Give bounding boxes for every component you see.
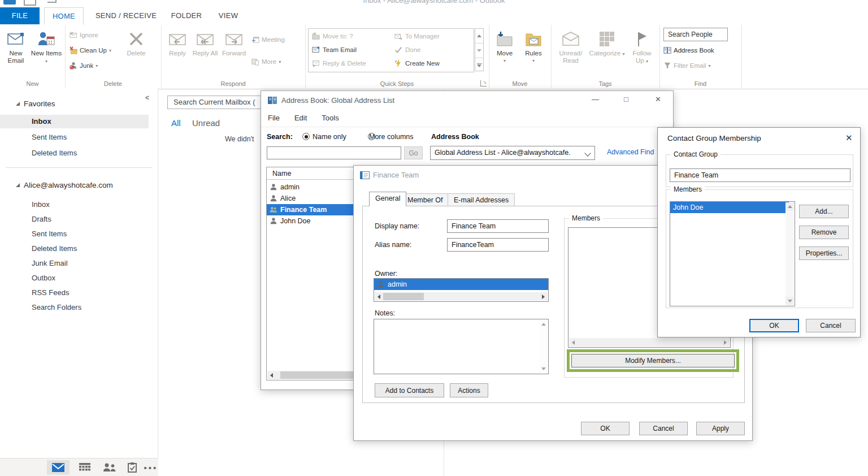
nav-tasks-button[interactable]: [123, 460, 141, 475]
rules-button[interactable]: Rules▾: [520, 28, 546, 64]
sidebar-item-drafts[interactable]: Drafts: [32, 215, 51, 223]
scrollbar-thumb[interactable]: [383, 293, 424, 300]
radio-name-only-label[interactable]: Name only: [313, 133, 346, 141]
actions-button[interactable]: Actions: [450, 383, 488, 397]
quick-steps-scrollbar[interactable]: [475, 28, 484, 71]
favorites-header[interactable]: Favorites: [16, 99, 55, 108]
forward-button[interactable]: Forward: [219, 28, 249, 57]
scroll-up-icon[interactable]: [785, 202, 794, 211]
nav-more-button[interactable]: •••: [142, 460, 159, 475]
meeting-button[interactable]: Meeting: [251, 35, 285, 44]
tab-folder[interactable]: FOLDER: [168, 7, 205, 24]
go-button[interactable]: Go: [404, 146, 423, 159]
reply-all-button[interactable]: Reply All: [191, 28, 219, 57]
tab-view[interactable]: VIEW: [214, 7, 243, 24]
sidebar-item-favorites-sent-items[interactable]: Sent Items: [32, 133, 67, 141]
filter-tab-all[interactable]: All: [171, 118, 181, 128]
advanced-find-link[interactable]: Advanced Find: [607, 148, 654, 156]
radio-name-only[interactable]: [302, 133, 310, 140]
scroll-right-icon[interactable]: [539, 292, 548, 301]
sidebar-item-rss-feeds[interactable]: RSS Feeds: [32, 288, 69, 297]
quick-step-move-to[interactable]: Move to: ?: [312, 30, 353, 42]
sidebar-item-favorites-inbox[interactable]: Inbox: [32, 117, 51, 126]
filter-tab-unread[interactable]: Unread: [192, 118, 220, 128]
modify-members-button[interactable]: Modify Members...: [571, 354, 735, 367]
more-button[interactable]: More▾: [251, 57, 281, 66]
scrollbar-thumb[interactable]: [280, 371, 354, 379]
nav-people-button[interactable]: [99, 460, 120, 475]
address-book-button[interactable]: Address Book: [663, 46, 714, 55]
scroll-down-icon[interactable]: [539, 365, 548, 373]
quick-step-to-manager[interactable]: To Manager: [394, 30, 440, 42]
scroll-left-icon[interactable]: [267, 371, 276, 379]
tab-home[interactable]: HOME: [44, 7, 84, 25]
minimize-icon[interactable]: —: [592, 95, 599, 103]
search-people-input[interactable]: Search People: [663, 28, 728, 41]
minimize-folder-pane-icon[interactable]: <: [145, 94, 149, 102]
ignore-button[interactable]: Ignore: [70, 31, 98, 40]
contact-group-field[interactable]: Finance Team: [670, 168, 850, 182]
notes-textarea[interactable]: [374, 319, 549, 374]
quick-step-team-email[interactable]: Team Email: [312, 44, 357, 56]
tab-file[interactable]: FILE: [0, 7, 40, 24]
tab-general[interactable]: General: [369, 192, 406, 206]
maximize-icon[interactable]: □: [624, 95, 628, 103]
radio-more-columns-label[interactable]: More columns: [369, 133, 414, 141]
owner-list[interactable]: admin: [374, 278, 549, 302]
menu-edit[interactable]: Edit: [294, 114, 307, 122]
address-book-dropdown[interactable]: Global Address List - Alice@alwayshotcaf…: [430, 146, 595, 160]
unread-read-button[interactable]: Unread/ Read: [555, 28, 586, 64]
owner-hscrollbar[interactable]: [375, 292, 548, 301]
quick-step-create-new[interactable]: Create New: [394, 57, 440, 70]
nav-calendar-button[interactable]: [75, 460, 94, 475]
alias-name-field[interactable]: FinanceTeam: [447, 238, 549, 252]
scroll-down-icon[interactable]: [785, 297, 794, 305]
tab-send-receive[interactable]: SEND / RECEIVE: [92, 7, 160, 24]
nav-mail-button[interactable]: [47, 460, 70, 475]
gallery-more-icon[interactable]: [475, 58, 483, 72]
owner-row-admin[interactable]: admin: [374, 279, 548, 290]
quick-step-reply-delete[interactable]: Reply & Delete: [312, 57, 366, 70]
membership-members-list[interactable]: John Doe: [670, 201, 795, 306]
scroll-left-icon[interactable]: [375, 292, 383, 301]
sidebar-item-deleted-items[interactable]: Deleted Items: [32, 244, 77, 253]
tab-email-addresses[interactable]: E-mail Addresses: [448, 193, 515, 206]
sidebar-item-sent-items[interactable]: Sent Items: [32, 230, 67, 238]
address-search-input[interactable]: [267, 146, 401, 159]
follow-up-button[interactable]: Follow Up ▾: [628, 28, 656, 65]
account-header[interactable]: Alice@alwayshotcafe.com: [16, 181, 113, 189]
close-icon[interactable]: ✕: [845, 133, 853, 143]
remove-button[interactable]: Remove: [799, 226, 849, 239]
quick-step-done[interactable]: Done: [394, 44, 421, 56]
quick-steps-dialog-launcher-icon[interactable]: ↘: [480, 80, 487, 86]
properties-button[interactable]: Properties...: [799, 246, 849, 260]
member-row-john-doe[interactable]: John Doe: [670, 202, 789, 213]
display-name-field[interactable]: Finance Team: [447, 219, 549, 233]
close-icon[interactable]: ✕: [655, 95, 661, 103]
tab-member-of[interactable]: Member Of: [401, 193, 449, 206]
notes-vscrollbar[interactable]: [539, 320, 548, 373]
membership-cancel-button[interactable]: Cancel: [806, 319, 856, 332]
sidebar-item-search-folders[interactable]: Search Folders: [32, 303, 81, 311]
reply-button[interactable]: Reply: [164, 28, 191, 57]
menu-tools[interactable]: Tools: [322, 114, 338, 122]
scroll-right-icon[interactable]: [721, 338, 730, 347]
cancel-button[interactable]: Cancel: [639, 422, 688, 435]
move-button[interactable]: Move▾: [492, 28, 517, 64]
scroll-left-icon[interactable]: [569, 338, 578, 347]
scroll-down-icon[interactable]: [475, 44, 483, 58]
add-to-contacts-button[interactable]: Add to Contacts: [375, 383, 444, 397]
ok-button[interactable]: OK: [581, 422, 630, 435]
filter-email-button[interactable]: Filter Email▾: [663, 61, 711, 70]
sidebar-item-inbox[interactable]: Inbox: [32, 200, 50, 209]
sidebar-item-junk-email[interactable]: Junk Email: [32, 259, 68, 267]
new-items-button[interactable]: New Items ▾: [31, 28, 62, 65]
add-button[interactable]: Add...: [799, 205, 849, 218]
scroll-up-icon[interactable]: [539, 320, 548, 328]
sidebar-item-outbox[interactable]: Outbox: [32, 274, 55, 282]
members-vscrollbar[interactable]: [785, 202, 794, 305]
new-email-button[interactable]: New Email: [1, 28, 31, 64]
junk-button[interactable]: Junk▾: [70, 61, 98, 70]
categorize-button[interactable]: Categorize ▾: [588, 28, 626, 58]
membership-ok-button[interactable]: OK: [749, 319, 799, 332]
